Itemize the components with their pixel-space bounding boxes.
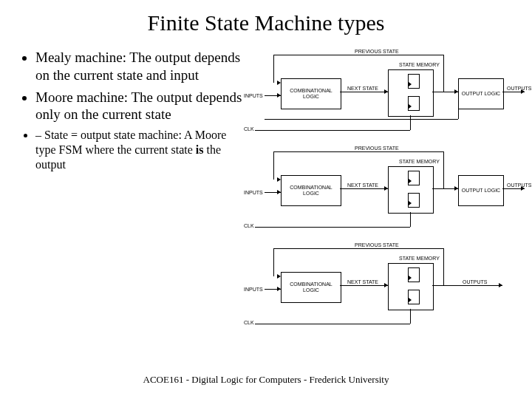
label-prev-state: PREVIOUS STATE bbox=[355, 49, 399, 54]
label-state-memory: STATE MEMORY bbox=[399, 62, 440, 67]
diagram-moore: PREVIOUS STATE STATE MEMORY INPUTS COMBI… bbox=[244, 146, 526, 238]
diagram-mealy: PREVIOUS STATE STATE MEMORY INPUTS COMBI… bbox=[244, 49, 526, 141]
diagram-column: PREVIOUS STATE STATE MEMORY INPUTS COMBI… bbox=[244, 49, 532, 339]
diagram-state-output: PREVIOUS STATE STATE MEMORY INPUTS COMBI… bbox=[244, 242, 526, 335]
label-inputs: INPUTS bbox=[244, 93, 263, 98]
flipflop-icon bbox=[408, 74, 420, 89]
label-clk: CLK bbox=[244, 320, 254, 325]
label-clk: CLK bbox=[244, 126, 254, 132]
box-comb-logic: COMBINATIONAL LOGIC bbox=[281, 78, 341, 109]
bullet-mealy: Mealy machine: The output depends on the… bbox=[35, 49, 244, 84]
box-output-logic: OUTPUT LOGIC bbox=[458, 78, 504, 109]
box-comb-logic: COMBINATIONAL LOGIC bbox=[281, 175, 341, 206]
page-title: Finite State Machine types bbox=[0, 10, 532, 35]
label-next-state: NEXT STATE bbox=[347, 279, 378, 284]
flipflop-icon bbox=[408, 267, 420, 282]
box-comb-logic: COMBINATIONAL LOGIC bbox=[281, 272, 341, 303]
label-prev-state: PREVIOUS STATE bbox=[355, 242, 399, 248]
label-outputs: OUTPUTS bbox=[463, 279, 487, 284]
label-next-state: NEXT STATE bbox=[347, 183, 378, 188]
content-row: Mealy machine: The output depends on the… bbox=[0, 49, 532, 339]
label-outputs: OUTPUTS bbox=[507, 86, 531, 91]
label-inputs: INPUTS bbox=[244, 287, 263, 292]
label-clk: CLK bbox=[244, 223, 254, 228]
label-inputs: INPUTS bbox=[244, 190, 263, 195]
label-outputs: OUTPUTS bbox=[507, 183, 531, 188]
flipflop-icon bbox=[408, 171, 420, 185]
flipflop-icon bbox=[408, 193, 420, 208]
flipflop-icon bbox=[408, 290, 420, 304]
footer-text: ACOE161 - Digital Logic for Computers - … bbox=[0, 374, 532, 386]
bullet-sub: State = output state machine: A Moore ty… bbox=[35, 128, 244, 172]
label-state-memory: STATE MEMORY bbox=[399, 159, 440, 164]
label-state-memory: STATE MEMORY bbox=[399, 256, 440, 261]
box-output-logic: OUTPUT LOGIC bbox=[458, 175, 504, 206]
bullet-column: Mealy machine: The output depends on the… bbox=[0, 49, 244, 339]
label-next-state: NEXT STATE bbox=[347, 86, 378, 91]
bullet-moore: Moore machine: The output depends only o… bbox=[35, 89, 244, 124]
label-prev-state: PREVIOUS STATE bbox=[355, 146, 399, 151]
flipflop-icon bbox=[408, 96, 420, 111]
